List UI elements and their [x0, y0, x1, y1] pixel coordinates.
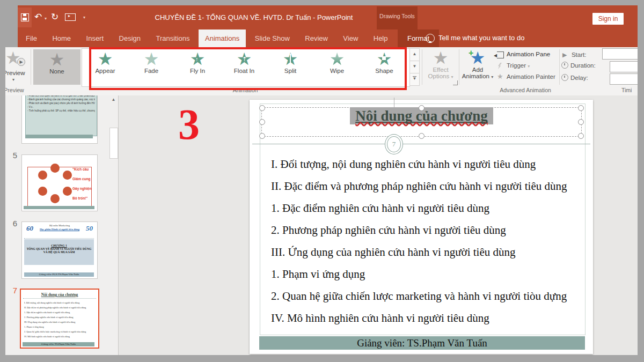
content-line: 1. Phạm vi ứng dụng [271, 268, 567, 281]
undo-dropdown-icon[interactable]: ▾ [45, 16, 47, 21]
logo-60: 60 [26, 224, 33, 233]
tab-animations[interactable]: Animations [199, 29, 246, 47]
effect-options-star-icon: ★ [424, 49, 457, 67]
duration-input[interactable] [610, 61, 638, 72]
thumbnail-slide-7-selected[interactable]: Nội dung của chương I. Đối tượng, nội du… [20, 289, 99, 349]
advanced-animation-group-label: Advanced Animation [461, 87, 590, 93]
annotation-step-number: 3 [178, 103, 200, 146]
slideshow-icon[interactable]: ▸ [65, 13, 76, 21]
window-title: CHUYÊN ĐỀ 1- TỔNG QUAN VỀ. HVTD. Dr Tuấn… [141, 13, 367, 21]
qat-customize-icon[interactable]: ▾ [83, 15, 85, 20]
trigger-lightning-icon [498, 63, 502, 69]
animation-dialog-launcher-icon[interactable] [453, 80, 458, 85]
save-button[interactable] [18, 8, 32, 27]
lightbulb-icon [426, 34, 435, 43]
animation-painter-star-icon: ★ [497, 72, 503, 80]
sign-in-button[interactable]: Sign in [592, 13, 624, 25]
thumbnail-number-5: 5 [8, 151, 17, 160]
content-line: 2. Phương pháp nghiên cứu hành vi người … [271, 224, 567, 237]
duration-label: Duration: [570, 62, 596, 69]
start-row: ▶ Start: [562, 49, 586, 59]
undo-button[interactable]: ↶ [34, 12, 42, 23]
content-line: II. Đặc điểm và phương pháp nghiên cứu h… [271, 180, 567, 193]
none-label: None [33, 68, 80, 75]
duration-clock-icon [561, 62, 568, 69]
content-line: III. Ứng dụng của nghiên cứu hành vi ngư… [271, 246, 567, 259]
delay-timer-icon [561, 74, 568, 81]
title-textbox-selected[interactable]: Nội dung của chương [261, 107, 582, 137]
content-line: I. Đối tượng, nội dung nghiên cứu hành v… [271, 158, 567, 171]
cycle-node [50, 164, 60, 173]
start-play-icon: ▶ [562, 51, 567, 58]
thumbnail-number-6: 6 [8, 219, 17, 228]
add-animation-button[interactable]: ★ + Add Animation ▾ [461, 48, 494, 86]
tab-home[interactable]: Home [46, 29, 77, 47]
content-line: 2. Quan hệ giữa chiến lược marketing và … [271, 290, 567, 303]
selection-handle[interactable] [578, 105, 584, 111]
start-input[interactable] [602, 48, 638, 60]
tell-me-box[interactable]: Tell me what you want to do [438, 34, 524, 42]
none-star-icon: ★ [33, 51, 80, 68]
tab-transitions[interactable]: Transitions [149, 29, 196, 47]
gallery-scroll-up[interactable]: ▲ [409, 48, 420, 61]
annotation-highlight-box [89, 47, 407, 90]
gallery-more-button[interactable]: ▼ [409, 73, 420, 86]
drawing-tools-label: Drawing Tools [377, 13, 418, 19]
tab-file[interactable]: File [19, 29, 43, 47]
selection-handle[interactable] [419, 105, 425, 111]
delay-row: Delay: [561, 74, 588, 81]
delay-input[interactable] [610, 73, 638, 85]
animation-pane-icon: ◀ [497, 51, 504, 58]
title-bar: ↶ ▾ ↻ ▸ ▾ CHUYÊN ĐỀ 1- TỔNG QUAN VỀ. HVT… [18, 5, 638, 29]
delay-label: Delay: [570, 75, 588, 81]
add-animation-star-icon: ★ [461, 49, 494, 67]
thumbnail-scrollbar[interactable]: ▲ [109, 95, 118, 355]
content-textbox[interactable]: I. Đối tượng, nội dung nghiên cứu hành v… [271, 158, 567, 325]
effect-options-button[interactable]: ★ Effect Options ▾ [424, 48, 457, 86]
preview-button[interactable]: ★ ▶ Preview ▾ [5, 48, 30, 86]
content-line: 1. Đặc điểm nghiên cứu hành vi người tiê… [271, 202, 567, 215]
selection-handle[interactable] [259, 119, 265, 125]
timing-group-label: Timi [621, 87, 638, 93]
title-divider-line [252, 144, 590, 144]
start-label: Start: [572, 51, 586, 58]
thumbnail-slide-6[interactable]: 60 50 Bộ môn Marketing Học phần Hành vi … [21, 221, 98, 279]
save-icon [21, 13, 29, 21]
redo-button[interactable]: ↻ [51, 12, 58, 23]
selection-handle[interactable] [419, 133, 425, 139]
slide-thumbnail-panel: - Phân tích thói quen và hành vi NTD gắn… [5, 95, 119, 355]
selection-handle[interactable] [578, 119, 584, 125]
scrollbar-thumb[interactable] [109, 128, 118, 159]
selection-handle[interactable] [259, 133, 265, 139]
tab-view[interactable]: View [336, 29, 364, 47]
duration-row: Duration: [561, 62, 596, 69]
tab-slideshow[interactable]: Slide Show [248, 29, 296, 47]
slide-footer-bar: Giảng viên: TS.Phạm Văn Tuấn [259, 336, 585, 350]
preview-label: Preview [5, 70, 30, 76]
scrollbar-up-icon[interactable]: ▲ [109, 95, 118, 104]
thumbnail-slide-5[interactable]: "Kích cầu Giảm cung Gây nghiện Bỏ trốn!" [21, 154, 98, 211]
slide-editor[interactable]: Nội dung của chương 7 I. Đối tượng, nội … [250, 100, 593, 354]
ribbon-tab-row: File Home Insert Design Transitions Anim… [18, 29, 638, 47]
slide-number-ornament: 7 [385, 134, 403, 154]
content-line: IV. Mô hình nghiên cứu hành vi người tiê… [271, 312, 567, 325]
thumbnail-number-7: 7 [8, 286, 17, 295]
tab-review[interactable]: Review [298, 29, 334, 47]
gallery-scroll-down[interactable]: ▼ [409, 61, 420, 73]
selection-handle[interactable] [259, 105, 265, 111]
selection-handle[interactable] [578, 133, 584, 139]
preview-group-label: Preview [5, 87, 30, 93]
tab-insert[interactable]: Insert [80, 29, 111, 47]
thumbnail-slide-4[interactable]: - Phân tích thói quen và hành vi NTD gắn… [21, 95, 98, 144]
logo-50: 50 [86, 224, 93, 233]
tab-design[interactable]: Design [113, 29, 147, 47]
animation-none-button[interactable]: ★ None [33, 49, 80, 85]
preview-play-icon: ▶ [17, 58, 25, 66]
tab-help[interactable]: Help [367, 29, 394, 47]
